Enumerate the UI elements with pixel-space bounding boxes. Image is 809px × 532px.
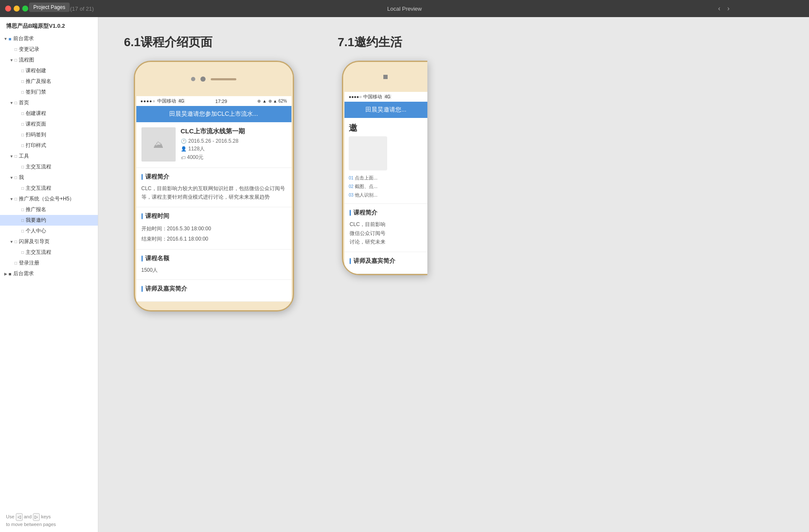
calendar-icon: 🕐 (181, 138, 187, 144)
content-area: 6.1课程介绍页面 (98, 17, 809, 532)
section-jiangshi: 讲师及嘉宾简介 (136, 280, 291, 302)
page-icon: □ (21, 218, 24, 223)
folder-icon: ■ (9, 271, 12, 276)
sidebar-item-qiandao[interactable]: □ 签到门禁 (0, 87, 98, 97)
folder-page-icon: □ (15, 58, 17, 62)
section-jiangshi-2: 讲师及嘉宾简介 (344, 252, 427, 274)
people-icon: 👤 (181, 146, 187, 152)
phone-screen-1: ●●●●○ 中国移动 4G 17:29 ⊕ ▲ ⊕ ▲ 62% (136, 96, 291, 302)
page-icon: □ (21, 229, 24, 233)
folder-page-icon: □ (15, 239, 17, 244)
page-block-1: 6.1课程介绍页面 (124, 34, 303, 312)
page-info: (17 of 21) (70, 6, 94, 12)
phone-top-2 (343, 62, 427, 92)
project-pages-tooltip: Project Pages (29, 3, 70, 12)
sidebar: 博思产品B端原型V1.0.2 ▼ ■ 前台需求 □ 变更记录 ▼ □ 流程图 □… (0, 17, 98, 532)
section-time-start: 开始时间：2016.5.30 18:00:00 结束时间：2016.6.1 18… (141, 223, 286, 244)
sidebar-item-gongju-zhujiao[interactable]: □ 主交互流程 (0, 162, 98, 172)
sidebar-item-shouye[interactable]: ▼ □ 首页 (0, 97, 98, 108)
course-thumbnail: ⛰ (141, 127, 176, 162)
chevron-down-icon: ▼ (9, 101, 15, 105)
tooltip-text: Project Pages (33, 4, 65, 10)
course-price: 🏷 4000元 (181, 154, 286, 161)
image-placeholder-icon: ⛰ (153, 138, 164, 150)
local-preview-label: Local Preview (387, 6, 422, 12)
sidebar-item-houtai[interactable]: ▶ ■ 后台需求 (0, 268, 98, 279)
invite-steps: 01点击上面... 02截图、点... 03他人识别... (349, 174, 423, 199)
sidebar-item-woyao-yuyao[interactable]: □ 我要邀约 (0, 215, 98, 226)
phone-mockup-1: ●●●●○ 中国移动 4G 17:29 ⊕ ▲ ⊕ ▲ 62% (134, 61, 294, 312)
phone-top-bezel (135, 62, 293, 96)
page1-label: 6.1课程介绍页面 (124, 34, 212, 50)
sidebar-item-liuchengtu[interactable]: ▼ □ 流程图 (0, 55, 98, 65)
chevron-down-icon: ▼ (9, 58, 15, 62)
nav-arrows: ‹ › (715, 4, 732, 13)
phone-mockup-2-partial: ●●●●○ 中国移动 4G 田晨昊邀请您... 邀 (342, 61, 427, 275)
folder-page-icon: □ (15, 100, 17, 105)
sidebar-item-saoma[interactable]: □ 扫码签到 (0, 129, 98, 140)
next-arrow[interactable]: › (725, 4, 732, 13)
section-title-jiangshi: 讲师及嘉宾简介 (141, 285, 286, 293)
course-date: 🕐 2016.5.26 - 2016.5.28 (181, 138, 286, 144)
sidebar-item-kecheng-chuangjian[interactable]: □ 课程创建 (0, 65, 98, 76)
page-icon: □ (21, 90, 24, 94)
page-icon: □ (15, 261, 17, 265)
step-num-1: 01 (349, 176, 353, 180)
section-title-jiangshi-2: 讲师及嘉宾简介 (350, 257, 422, 265)
section-title-mingetitle: 课程名额 (141, 255, 286, 262)
maximize-button[interactable] (22, 6, 28, 12)
network-type: 4G (178, 99, 185, 103)
sidebar-item-gongju[interactable]: ▼ □ 工具 (0, 151, 98, 162)
sidebar-item-chuangjian[interactable]: □ 创建课程 (0, 108, 98, 119)
phone-bottom-bezel (135, 302, 293, 310)
minimize-button[interactable] (14, 6, 20, 12)
price-icon: 🏷 (181, 155, 185, 160)
clock: 17:29 (215, 99, 227, 104)
section-mingextra: 课程名额 1500人 (136, 250, 291, 280)
sidebar-item-tuiguang-xitong[interactable]: ▼ □ 推广系统（公众号+H5） (0, 194, 98, 204)
page-icon: □ (21, 79, 24, 84)
sidebar-item-wo[interactable]: ▼ □ 我 (0, 172, 98, 183)
project-title: 博思产品B端原型V1.0.2 (0, 17, 98, 33)
page-icon: □ (21, 68, 24, 73)
page-icon: □ (21, 250, 24, 255)
prev-key: ◁ (16, 513, 23, 521)
close-button[interactable] (5, 6, 11, 12)
page-icon: □ (15, 47, 17, 52)
folder-page-icon: □ (15, 197, 17, 201)
status-bar-1: ●●●●○ 中国移动 4G 17:29 ⊕ ▲ ⊕ ▲ 62% (136, 96, 291, 106)
page-icon: □ (21, 132, 24, 137)
signal-indicator: ●●●●○ (141, 99, 156, 103)
page-section: 6.1课程介绍页面 (124, 34, 783, 312)
sidebar-item-kecheng-yemian[interactable]: □ 课程页面 (0, 119, 98, 129)
phone-speaker (211, 78, 236, 80)
page-icon: □ (21, 186, 24, 191)
main-layout: 博思产品B端原型V1.0.2 ▼ ■ 前台需求 □ 变更记录 ▼ □ 流程图 □… (0, 17, 809, 532)
sidebar-item-tuiguang-baoming2[interactable]: □ 推广报名 (0, 204, 98, 215)
sidebar-item-shanping-zhujiao[interactable]: □ 主交互流程 (0, 247, 98, 258)
course-title: CLC上市流水线第一期 (181, 127, 286, 135)
course-people: 👤 1128人 (181, 145, 286, 153)
chevron-down-icon: ▼ (3, 37, 9, 41)
sidebar-item-biangeng[interactable]: □ 变更记录 (0, 44, 98, 55)
nav-bar-1: 田晨昊邀请您参加CLC上市流水... (136, 106, 291, 122)
sidebar-item-tuiguang-baoming[interactable]: □ 推广及报名 (0, 76, 98, 87)
folder-page-icon: □ (15, 175, 17, 180)
section-jianjie: 课程简介 CLC，目前影响力较大的互联网知识社群，包括微信公众订阅号等，课程主要… (136, 168, 291, 207)
folder-page-icon: □ (15, 154, 17, 159)
chevron-down-icon: ▼ (9, 154, 15, 159)
sidebar-item-dayin[interactable]: □ 打印样式 (0, 140, 98, 151)
page-icon: □ (21, 143, 24, 148)
phone-camera (200, 76, 206, 82)
sidebar-item-wo-zhujiao[interactable]: □ 主交互流程 (0, 183, 98, 194)
sidebar-item-geren[interactable]: □ 个人中心 (0, 226, 98, 236)
sidebar-item-shanping[interactable]: ▼ □ 闪屏及引导页 (0, 236, 98, 247)
invite-label: 邀 (349, 122, 423, 134)
step-num-3: 03 (349, 193, 353, 197)
page-icon: □ (21, 122, 24, 126)
prev-arrow[interactable]: ‹ (715, 4, 723, 13)
section-text-jianjie-2: CLC，目前影响 微信公众订阅号 讨论，研究未来 (350, 220, 422, 246)
sidebar-item-denglu[interactable]: □ 登录注册 (0, 258, 98, 268)
top-bar: Project Pages ☰ 我要邀约 (17 of 21) Local Pr… (0, 0, 809, 17)
sidebar-item-qiantai[interactable]: ▼ ■ 前台需求 (0, 33, 98, 44)
